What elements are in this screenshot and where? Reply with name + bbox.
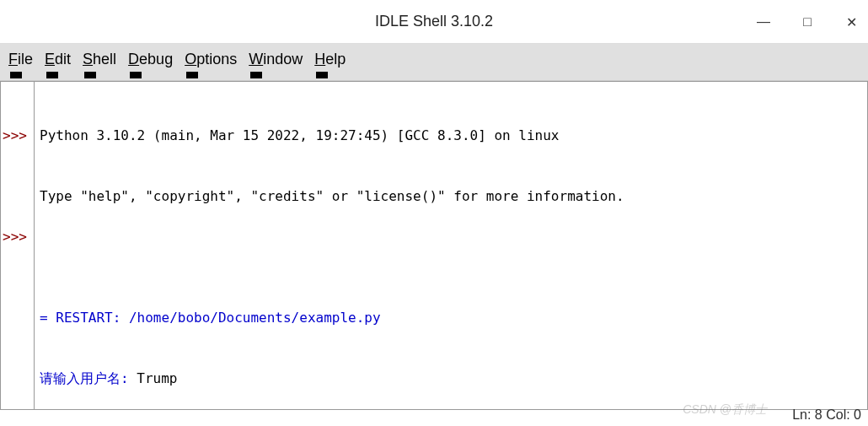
prompt: >>> <box>1 227 34 247</box>
menu-help[interactable]: Help <box>311 47 354 72</box>
prompt: >>> <box>1 126 34 146</box>
menu-options[interactable]: Options <box>181 47 245 72</box>
menu-debug[interactable]: Debug <box>125 47 181 72</box>
window-controls: — □ ✕ <box>753 0 861 44</box>
shell-area[interactable]: >>> >>> Python 3.10.2 (main, Mar 15 2022… <box>0 81 868 410</box>
input-line: 请输入用户名: Trump <box>40 369 862 389</box>
maximize-button[interactable]: □ <box>797 12 817 32</box>
menu-window[interactable]: Window <box>245 47 311 72</box>
menu-shell[interactable]: Shell <box>79 47 125 72</box>
window-title: IDLE Shell 3.10.2 <box>375 13 493 30</box>
menubar: File Edit Shell Debug Options Window Hel… <box>0 44 868 81</box>
menu-file[interactable]: File <box>5 47 41 72</box>
shell-content[interactable]: Python 3.10.2 (main, Mar 15 2022, 19:27:… <box>35 82 867 409</box>
titlebar: IDLE Shell 3.10.2 — □ ✕ <box>0 0 868 44</box>
output-line: Python 3.10.2 (main, Mar 15 2022, 19:27:… <box>40 126 862 146</box>
output-line: Type "help", "copyright", "credits" or "… <box>40 186 862 207</box>
menu-edit[interactable]: Edit <box>41 47 79 72</box>
minimize-button[interactable]: — <box>753 12 774 32</box>
watermark: CSDN @香博士 <box>683 402 767 418</box>
output-line <box>40 247 862 267</box>
prompt-gutter: >>> >>> <box>1 82 35 409</box>
statusbar: Ln: 8 Col: 0 <box>792 407 861 423</box>
close-button[interactable]: ✕ <box>841 12 861 32</box>
restart-line: = RESTART: /home/bobo/Documents/example.… <box>40 308 862 328</box>
